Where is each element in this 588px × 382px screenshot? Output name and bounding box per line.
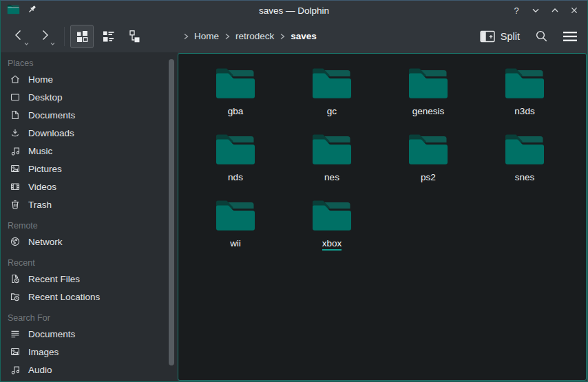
sidebar-item-search-images[interactable]: Images xyxy=(1,343,166,361)
folder-view: gba gc genesis n3ds nds xyxy=(178,53,587,381)
folder-icon xyxy=(311,199,353,232)
sidebar-item-home[interactable]: Home xyxy=(1,70,166,88)
folder-item-ps2[interactable]: ps2 xyxy=(380,133,476,199)
home-icon xyxy=(10,74,21,85)
chevron-right-icon xyxy=(224,32,231,41)
folder-label: snes xyxy=(515,172,535,182)
toolbar-separator xyxy=(64,27,65,46)
window-title: saves — Dolphin xyxy=(1,6,587,16)
icons-view-icon xyxy=(75,29,90,43)
sidebar-section-search-for: Search For Documents Images Audio xyxy=(1,311,166,379)
split-label: Split xyxy=(501,31,520,42)
image-icon xyxy=(10,346,21,357)
folder-label: n3ds xyxy=(514,106,534,116)
folder-item-n3ds[interactable]: n3ds xyxy=(476,67,573,133)
sidebar-item-documents[interactable]: Documents xyxy=(1,106,166,124)
menu-button[interactable] xyxy=(563,31,578,42)
folder-label: gba xyxy=(228,106,244,116)
sidebar-item-network[interactable]: Network xyxy=(1,233,166,251)
back-button[interactable] xyxy=(9,26,28,47)
forward-button[interactable] xyxy=(35,26,54,47)
breadcrumb: Home retrodeck saves xyxy=(182,20,317,52)
sidebar-item-desktop[interactable]: Desktop xyxy=(1,88,166,106)
folder-item-nds[interactable]: nds xyxy=(187,133,284,199)
dolphin-window: saves — Dolphin ? xyxy=(0,0,588,382)
folder-label: genesis xyxy=(412,106,445,116)
folder-icon xyxy=(311,133,353,166)
folder-icon xyxy=(408,133,449,166)
sidebar-item-recent-files[interactable]: Recent Files xyxy=(1,270,166,288)
search-icon xyxy=(535,30,548,43)
sidebar-item-downloads[interactable]: Downloads xyxy=(1,124,166,142)
section-title: Search For xyxy=(1,311,166,325)
sidebar-item-pictures[interactable]: Pictures xyxy=(1,160,166,178)
folder-item-gba[interactable]: gba xyxy=(187,67,284,133)
details-view-icon xyxy=(101,29,116,43)
sidebar-item-music[interactable]: Music xyxy=(1,142,166,160)
folder-icon xyxy=(408,67,449,100)
document-icon xyxy=(10,109,21,120)
sidebar-section-remote: Remote Network xyxy=(1,219,166,251)
details-view-button[interactable] xyxy=(96,25,120,48)
hamburger-menu-icon xyxy=(563,31,578,42)
titlebar: saves — Dolphin ? xyxy=(1,1,587,20)
sidebar-item-recent-locations[interactable]: Recent Locations xyxy=(1,288,166,306)
pin-icon[interactable] xyxy=(27,4,37,17)
folder-icon xyxy=(504,133,545,166)
close-button[interactable] xyxy=(567,3,582,18)
film-icon xyxy=(10,181,21,192)
breadcrumb-saves[interactable]: saves xyxy=(291,31,317,41)
sidebar-section-recent: Recent Recent Files Recent Locations xyxy=(1,256,166,306)
folder-item-genesis[interactable]: genesis xyxy=(380,67,476,133)
chevron-right-icon xyxy=(279,32,286,41)
text-lines-icon xyxy=(10,328,21,339)
close-icon xyxy=(569,5,580,16)
folder-item-wii[interactable]: wii xyxy=(187,199,284,265)
music-icon xyxy=(10,364,21,375)
folder-icon xyxy=(215,67,256,100)
folder-icon xyxy=(215,133,256,166)
sidebar-item-trash[interactable]: Trash xyxy=(1,195,166,213)
chevron-right-icon xyxy=(182,32,189,41)
trash-icon xyxy=(10,199,21,210)
folder-grid: gba gc genesis n3ds nds xyxy=(178,54,586,265)
breadcrumb-retrodeck[interactable]: retrodeck xyxy=(235,31,274,41)
sidebar-item-search-audio[interactable]: Audio xyxy=(1,361,166,379)
desktop-icon xyxy=(10,92,21,103)
sidebar-item-search-documents[interactable]: Documents xyxy=(1,325,166,343)
help-button[interactable]: ? xyxy=(509,3,524,18)
maximize-button[interactable] xyxy=(547,3,563,18)
sidebar-item-videos[interactable]: Videos xyxy=(1,178,166,195)
section-title: Places xyxy=(1,56,166,70)
folder-item-snes[interactable]: snes xyxy=(476,133,573,199)
chevron-down-icon xyxy=(23,42,30,46)
search-button[interactable] xyxy=(535,30,548,43)
split-view-icon xyxy=(480,30,495,43)
sidebar-section-places: Places Home Desktop Documents Downloads xyxy=(1,56,166,213)
network-icon xyxy=(10,236,21,247)
help-icon: ? xyxy=(511,5,522,16)
recent-file-icon xyxy=(10,273,21,284)
icons-view-button[interactable] xyxy=(70,25,94,48)
download-icon xyxy=(10,127,21,138)
sidebar-scrollbar xyxy=(166,52,178,381)
scrollbar-thumb[interactable] xyxy=(169,59,174,365)
folder-label: wii xyxy=(230,238,241,248)
section-title: Recent xyxy=(1,256,166,270)
forward-arrow-icon xyxy=(38,28,52,42)
folder-icon xyxy=(504,67,545,100)
folder-icon xyxy=(215,199,256,232)
folder-item-gc[interactable]: gc xyxy=(284,67,380,133)
section-title: Remote xyxy=(1,219,166,233)
folder-item-nes[interactable]: nes xyxy=(284,133,380,199)
folder-item-xbox[interactable]: xbox xyxy=(284,199,380,265)
minimize-button[interactable] xyxy=(528,3,543,18)
folder-label: xbox xyxy=(322,238,342,251)
svg-text:?: ? xyxy=(514,6,518,16)
tree-view-button[interactable] xyxy=(123,25,146,48)
chevron-down-icon xyxy=(50,42,56,46)
split-button[interactable]: Split xyxy=(480,30,520,43)
image-icon xyxy=(10,163,21,174)
breadcrumb-home[interactable]: Home xyxy=(194,31,219,41)
places-panel: Places Home Desktop Documents Downloads xyxy=(1,52,166,381)
